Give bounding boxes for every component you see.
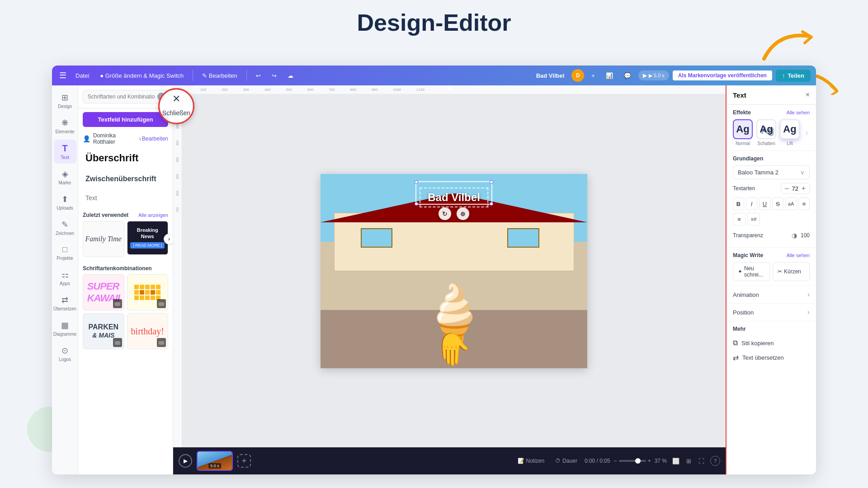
publish-btn[interactable]: Als Markenvorlage veröffentlichen: [673, 70, 772, 80]
close-circle[interactable]: ✕ Schließen: [158, 88, 194, 124]
zoom-in-icon[interactable]: +: [648, 458, 651, 464]
sidebar-item-text[interactable]: T Text: [54, 140, 76, 164]
sidebar-item-brand[interactable]: ◈ Marke: [54, 165, 76, 189]
user-avatar[interactable]: D: [571, 69, 584, 82]
slide-frame[interactable]: 🍦 🤚 Bad Vilbel: [321, 174, 587, 368]
design-icon: ⊞: [61, 93, 68, 103]
hand-emoji: 🤚: [433, 331, 472, 368]
copy-style-item[interactable]: ⧉ Stil kopieren: [733, 336, 810, 350]
redo-btn[interactable]: ↪: [268, 70, 280, 81]
translate-item[interactable]: ⇄ Text übersetzen: [733, 350, 810, 365]
position-row[interactable]: Position ›: [726, 304, 816, 321]
fullscreen-btn[interactable]: ⛶: [696, 455, 707, 466]
slide-text-overlay[interactable]: Bad Vilbel: [420, 188, 488, 207]
canvas-slide-area[interactable]: 🍦 🤚 Bad Vilbel: [182, 94, 726, 447]
animation-row[interactable]: Animation ›: [726, 286, 816, 304]
sidebar-item-projects[interactable]: □ Projekte: [54, 241, 76, 264]
undo-btn[interactable]: ↩: [252, 70, 264, 81]
page-title-area: Design-Editor: [0, 0, 868, 41]
magic-new-btn[interactable]: ✦ Neu schrei...: [733, 262, 770, 281]
sidebar-item-uploads[interactable]: ⬆ Uploads: [54, 191, 76, 214]
sidebar-item-charts[interactable]: ▦ Diagramme: [54, 317, 76, 340]
sidebar-item-translate[interactable]: ⇄ Übersetzen: [54, 291, 76, 315]
duration-icon: ⏱: [555, 458, 561, 464]
template-family[interactable]: Family Time: [83, 221, 124, 257]
help-btn[interactable]: ?: [710, 456, 720, 466]
align-btn[interactable]: ≡: [798, 197, 810, 210]
size-change-btn[interactable]: ● Größe ändern & Magic Switch: [96, 70, 187, 81]
case-btn[interactable]: aA: [785, 197, 797, 210]
duration-btn[interactable]: ⏱ Dauer: [552, 456, 581, 466]
sidebar-item-design[interactable]: ⊞ Design: [54, 89, 76, 113]
font-size-value[interactable]: 72: [791, 185, 800, 192]
magic-shorten-btn[interactable]: ✂ Kürzen: [773, 262, 810, 281]
edit-link[interactable]: Bearbeiten: [142, 136, 168, 142]
menu-icon[interactable]: ☰: [57, 69, 68, 82]
font-increase-btn[interactable]: +: [802, 185, 806, 192]
zoom-slider[interactable]: [619, 460, 646, 462]
zoom-out-icon[interactable]: −: [614, 458, 617, 464]
ruler-mark-800: 800: [350, 88, 356, 92]
sidebar-item-apps[interactable]: ⚏ Apps: [54, 266, 76, 290]
share-btn[interactable]: ↑ Teilen: [776, 70, 811, 82]
sidebar-item-elements[interactable]: ❋ Elemente: [54, 114, 76, 138]
bullets-btn[interactable]: ≡: [733, 213, 745, 225]
comment-btn[interactable]: 💬: [620, 70, 635, 81]
share-label: Teilen: [788, 72, 804, 79]
strikethrough-btn[interactable]: S: [772, 197, 783, 210]
italic-btn[interactable]: I: [746, 197, 757, 210]
rotate-btn[interactable]: ↻: [439, 207, 451, 220]
sidebar-item-logos[interactable]: ⊙ Logos: [54, 342, 76, 366]
grid-view-btn[interactable]: ⊞: [683, 455, 694, 466]
effect-lift[interactable]: Ag Lift: [780, 119, 800, 146]
single-view-btn[interactable]: ⬜: [670, 455, 681, 466]
heading-item[interactable]: Überschrift: [83, 148, 168, 169]
bold-btn[interactable]: B: [733, 197, 744, 210]
font-search-input[interactable]: [83, 90, 168, 103]
timeline-thumb-1[interactable]: 5.0 s: [197, 451, 233, 471]
recent-chevron[interactable]: ›: [164, 234, 173, 244]
font-combos-header: Schriftartenkombinationen: [83, 262, 168, 274]
numbered-btn[interactable]: ≡#: [747, 213, 760, 225]
combo-yellow[interactable]: [127, 274, 169, 310]
add-textfield-btn[interactable]: Textfeld hinzufügen: [83, 112, 168, 127]
play-preview-btn[interactable]: ▶ ▶ 5.0 s: [638, 70, 669, 80]
transparency-value[interactable]: 100: [801, 232, 810, 239]
add-user-btn[interactable]: +: [588, 70, 599, 81]
effects-chevron[interactable]: ›: [805, 127, 808, 138]
sidebar-label-text: Text: [61, 155, 69, 160]
text-item[interactable]: Text: [83, 189, 168, 206]
author-dropdown-icon[interactable]: ∨: [138, 136, 142, 142]
vmark-600: 600: [176, 191, 179, 196]
font-decrease-btn[interactable]: –: [785, 185, 789, 192]
edit-btn[interactable]: ✎ Bearbeiten: [198, 70, 241, 81]
effect-normal[interactable]: Ag Normal: [733, 119, 753, 146]
cloud-btn[interactable]: ☁: [284, 70, 297, 81]
sidebar-item-draw[interactable]: ✎ Zeichnen: [54, 216, 76, 239]
file-menu[interactable]: Datei: [72, 70, 93, 81]
right-panel: Text × Effekte Alle sehen Ag Normal Ag S…: [726, 85, 816, 474]
uploads-icon: ⬆: [61, 194, 68, 204]
recent-see-all[interactable]: Alle anzeigen: [138, 212, 168, 218]
combo-birthday[interactable]: birthday!: [127, 313, 169, 349]
move-btn[interactable]: ⊕: [457, 207, 469, 220]
underline-btn[interactable]: U: [759, 197, 770, 210]
notes-btn[interactable]: 📝 Notizen: [514, 456, 548, 466]
template-breaking[interactable]: BreakingNews | READ MORE |: [127, 221, 169, 255]
magic-write-see-all[interactable]: Alle sehen: [787, 253, 810, 258]
effects-see-all[interactable]: Alle sehen: [787, 110, 810, 115]
subheading-item[interactable]: Zwischenüberschrift: [83, 170, 168, 188]
toolbar-separator-2: [246, 70, 247, 81]
apps-icon: ⚏: [61, 270, 69, 280]
panel-content: Überschrift Zwischenüberschrift Text Zul…: [78, 148, 173, 474]
play-pause-btn[interactable]: ▶: [179, 454, 192, 468]
effect-shadow[interactable]: Ag Schatten: [756, 119, 776, 146]
combo-kawaii[interactable]: SUPERKAWAII: [83, 274, 124, 310]
font-selector[interactable]: Baloo Tamma 2 ∨: [733, 165, 810, 179]
combo-parking[interactable]: PARKEN& MAIS: [83, 313, 124, 349]
play-icon: ▶: [643, 72, 647, 79]
add-slide-btn[interactable]: +: [237, 454, 251, 468]
right-panel-close-btn[interactable]: ×: [806, 91, 810, 99]
zoom-thumb[interactable]: [635, 458, 641, 464]
stats-btn[interactable]: 📊: [602, 70, 617, 81]
